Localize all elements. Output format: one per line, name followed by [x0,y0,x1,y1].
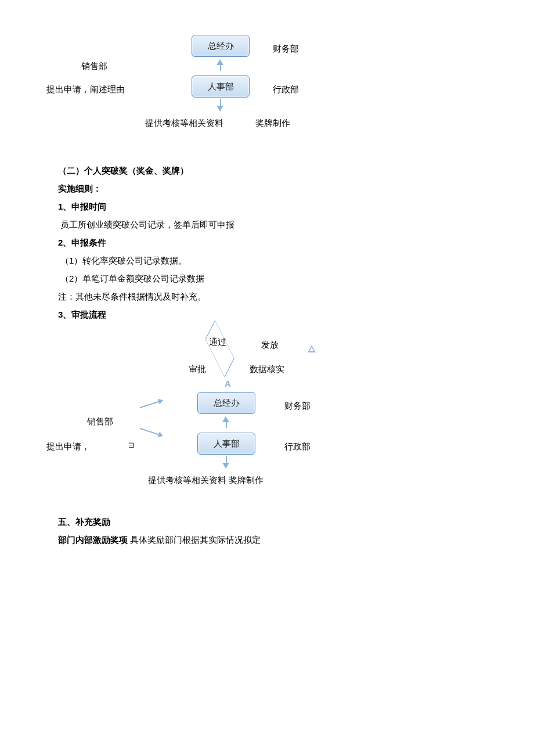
label-sales-sub-left: 提出申请， [46,438,90,454]
arrow-down-icon [217,106,223,111]
label-medal: 奖牌制作 [255,115,290,131]
section5-line-rest: 具体奖励部门根据其实际情况拟定 [128,535,261,545]
diamond-label: 通过 [209,337,226,347]
section-supplementary: 五、补充奖励 部门内部激励奖项 具体奖励部门根据其实际情况拟定 [58,514,476,548]
section5-line: 部门内部激励奖项 具体奖励部门根据其实际情况拟定 [58,532,476,548]
section2-no2-note: 注：其他未尽条件根据情况及时补充。 [58,289,476,304]
label-finance: 财务部 [273,41,299,56]
section5-title: 五、补充奖励 [58,514,476,530]
label-bottom-2: 提供考核等相关资料 奖牌制作 [148,472,264,488]
flow-diagram-2: 通过 发放 审批 数据核实 A 总经办 人事部 销售部 提出申请， ヨ 财务部 … [58,328,476,491]
slant-arrow-down [140,428,163,436]
triangle-icon [308,345,316,352]
node-hr-2: 人事部 [197,433,255,455]
section2-heading: （二）个人突破奖（奖金、奖牌） [58,163,476,178]
flow-diagram-1: 总经办 人事部 销售部 提出申请，阐述理由 财务部 行政部 提供考核等相关资料 … [58,35,476,151]
section-personal-breakthrough: （二）个人突破奖（奖金、奖牌） 实施细则： 1、申报时间 员工所创业绩突破公司记… [58,163,476,322]
label-a: A [225,376,231,391]
label-sales-2: 销售部 [87,413,113,429]
label-sales-sub-right: ヨ [128,438,135,452]
section2-no2-item2: （2）单笔订单金额突破公司记录数据 [58,271,476,286]
section2-no2-item1: （1）转化率突破公司记录数据。 [58,253,476,268]
label-issue: 发放 [261,337,279,352]
node-general-office: 总经办 [192,35,250,57]
label-verify: 数据核实 [250,361,284,377]
label-admin-2: 行政部 [284,438,311,454]
label-admin: 行政部 [273,81,299,97]
node-pass-diamond: 通过 [189,328,247,356]
section2-no1-body: 员工所创业绩突破公司记录，签单后即可申报 [58,217,476,232]
section2-no3-title: 3、审批流程 [58,307,476,322]
section2-rule-title: 实施细则： [58,181,476,196]
node-hr: 人事部 [192,75,250,98]
label-sales: 销售部 [81,58,107,74]
arrow-down-icon-2 [222,463,229,469]
section2-no2-title: 2、申报条件 [58,235,476,250]
node-general-office-2: 总经办 [197,392,255,414]
section5-line-bold: 部门内部激励奖项 [58,535,128,545]
slant-arrow-up [140,400,163,408]
arrow-up-icon-2 [222,416,229,422]
label-provide: 提供考核等相关资料 [145,115,223,131]
label-approve: 审批 [189,361,206,377]
label-finance-2: 财务部 [284,398,311,413]
label-sales-sub: 提出申请，阐述理由 [46,81,125,97]
arrow-up-icon [217,59,223,65]
section2-no1-title: 1、申报时间 [58,199,476,214]
